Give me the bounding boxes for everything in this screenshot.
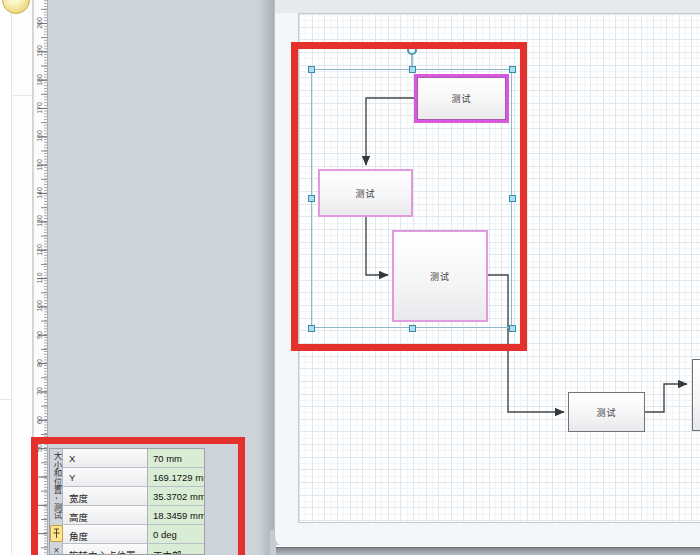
shapes-pane-edge [12, 0, 33, 555]
flowchart-shape-5[interactable]: 测试 [692, 359, 700, 431]
divider [0, 399, 11, 400]
ruler-label: 110 [35, 265, 45, 291]
ruler-label: 170 [35, 95, 45, 121]
ruler-label: 120 [35, 237, 45, 263]
horizontal-scrollbar[interactable] [276, 547, 700, 555]
left-edge-strip [0, 0, 12, 555]
visio-window: 200 190 180 170 160 150 140 130 120 110 … [0, 0, 700, 555]
ruler-label: 80 [35, 350, 45, 376]
ruler-label: 70 [35, 378, 45, 404]
ruler-label: 180 [35, 67, 45, 93]
shape-label: 测试 [596, 406, 616, 419]
ruler-label: 90 [35, 322, 45, 348]
ruler-label: 130 [35, 208, 45, 234]
ruler-label: 60 [35, 407, 45, 433]
annotation-red-box-selection [291, 42, 527, 351]
ruler-label: 190 [35, 38, 45, 64]
canvas-margin [275, 0, 700, 13]
annotation-red-box-panel [31, 437, 245, 555]
ruler-label: 140 [35, 180, 45, 206]
divider [13, 95, 32, 96]
ruler-label: 150 [35, 152, 45, 178]
pane-shadow [258, 0, 274, 555]
ruler-label: 200 [35, 10, 45, 36]
ruler-label: 160 [35, 123, 45, 149]
drawing-window: 测试 测试 测试 测试 测试 [274, 0, 700, 546]
ruler-label: 100 [35, 293, 45, 319]
flowchart-shape-4[interactable]: 测试 [568, 392, 645, 432]
